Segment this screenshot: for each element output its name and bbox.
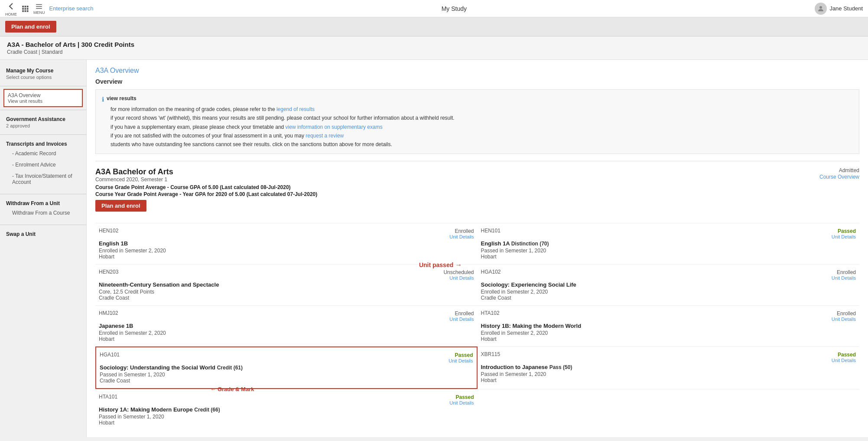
unit-details-link[interactable]: Unit Details — [449, 358, 473, 363]
unit-details-link[interactable]: Unit Details — [832, 358, 856, 363]
sidebar-academic-record[interactable]: - Academic Record — [6, 148, 80, 159]
unit-hta101-status-col: Passed Unit Details — [449, 394, 474, 405]
unit-details-link[interactable]: Unit Details — [449, 400, 474, 405]
page-title: My Study — [93, 5, 815, 12]
info-sub-2: if your record shows 'wt' (withheld), th… — [102, 114, 853, 122]
enterprise-search[interactable]: Enterprise search — [49, 5, 94, 12]
sidebar-divider-3 — [0, 134, 86, 135]
unit-status: Unscheduled — [443, 269, 474, 275]
sidebar-gov-section: Government Assistance 2 approved — [0, 113, 86, 132]
unit-info1: Passed in Semester 1, 2020 — [481, 248, 856, 254]
unit-details-link[interactable]: Unit Details — [832, 234, 856, 239]
unit-code: HEN102 — [99, 228, 118, 234]
unit-hen203: HEN203 Unscheduled Unit Details Nineteen… — [95, 264, 478, 305]
svg-rect-0 — [22, 6, 24, 7]
unit-xbr115: XBR115 Passed Unit Details Introduction … — [478, 346, 860, 389]
unit-info2: Hobart — [481, 254, 856, 260]
svg-point-12 — [819, 6, 822, 9]
menu-icon-group[interactable]: MENU — [33, 3, 45, 15]
course-title: A3A - Bachelor of Arts | 300 Credit Poin… — [7, 41, 861, 48]
sidebar-divider-1 — [0, 86, 86, 86]
unit-hen102: HEN102 Enrolled Unit Details English 1B … — [95, 223, 478, 264]
grid-icon-group[interactable] — [21, 5, 29, 13]
course-gpa2: Course Year Grade Point Average - Year G… — [95, 191, 317, 197]
unit-credit: Pass (50) — [549, 364, 572, 370]
grade-mark-annotation: ← Grade & Mark — [210, 386, 254, 392]
svg-rect-2 — [27, 6, 29, 7]
info-line1: for more information on the meaning of g… — [111, 106, 275, 112]
info-sub-3: if you have a supplementary exam, please… — [102, 123, 853, 131]
unit-hta102-status-col: Enrolled Unit Details — [832, 310, 856, 322]
unit-status: Enrolled — [455, 228, 474, 234]
unit-name: History 1B: Making the Modern World — [481, 323, 856, 329]
info-row-main: ℹ view results — [102, 94, 853, 105]
user-info: Jane Student — [815, 3, 863, 15]
unit-details-link[interactable]: Unit Details — [449, 317, 474, 322]
sidebar-manage-sub[interactable]: Select course options — [6, 75, 80, 80]
sidebar-transcripts-section: Transcripts and Invoices - Academic Reco… — [0, 137, 86, 191]
unit-details-link[interactable]: Unit Details — [832, 275, 856, 281]
info-line4-pre: if you are not satisfied with the outcom… — [111, 133, 304, 139]
unit-code: HTA101 — [99, 394, 117, 400]
course-overview-link[interactable]: Course Overview — [819, 174, 859, 180]
unit-hen101-header: HEN101 Passed Unit Details — [481, 228, 856, 239]
svg-rect-4 — [25, 8, 26, 10]
unit-code: HEN101 — [481, 228, 501, 234]
unit-status: Passed — [838, 352, 856, 358]
sidebar-withdraw-title: Withdraw From a Unit — [6, 200, 80, 206]
course-commenced: Commenced 2020, Semester 1 — [95, 176, 317, 183]
sidebar-overview-title: A3A Overview — [8, 92, 78, 98]
course-block: A3A Bachelor of Arts Commenced 2020, Sem… — [95, 161, 859, 219]
sidebar-enrolment-advice[interactable]: - Enrolment Advice — [6, 159, 80, 170]
unit-credit: Credit (61) — [217, 365, 243, 371]
unit-name: Japanese 1B — [99, 323, 474, 329]
plan-enrol-top-button[interactable]: Plan and enrol — [5, 21, 56, 33]
request-review-link[interactable]: request a review — [306, 133, 344, 139]
unit-status: Enrolled — [837, 310, 856, 317]
sidebar-swap-title: Swap a Unit — [6, 231, 80, 237]
unit-status: Passed — [455, 394, 474, 400]
unit-info2: Cradle Coast — [100, 378, 473, 384]
unit-info2: Cradle Coast — [99, 295, 474, 301]
unit-hmj102: HMJ102 Enrolled Unit Details Japanese 1B… — [95, 305, 478, 346]
unit-details-link[interactable]: Unit Details — [443, 275, 474, 281]
top-nav: HOME MENU Enterprise search My Study Jan… — [0, 0, 868, 17]
sidebar-active-item[interactable]: A3A Overview View unit results — [3, 89, 83, 107]
info-sub-5: students who have outstanding fee sancti… — [102, 140, 853, 149]
unit-info1: Passed in Semester 1, 2020 — [481, 371, 856, 377]
plan-enrol-content-button[interactable]: Plan and enrol — [95, 200, 146, 212]
sidebar-withdraw-course[interactable]: Withdraw From a Course — [6, 207, 80, 219]
info-line5: students who have outstanding fee sancti… — [111, 141, 392, 147]
sidebar-divider-5 — [0, 225, 86, 225]
sidebar-withdraw-section: Withdraw From a Unit Withdraw From a Cou… — [0, 197, 86, 222]
svg-rect-1 — [25, 6, 26, 7]
section-title: A3A Overview — [95, 67, 859, 75]
supplementary-exams-link[interactable]: view information on supplementary exams — [286, 124, 383, 130]
sidebar-overview-sub: View unit results — [8, 98, 78, 104]
course-admitted-status: Admitted — [819, 167, 859, 173]
unit-info2: Hobart — [481, 336, 856, 342]
unit-hen101: HEN101 Passed Unit Details English 1A Di… — [478, 223, 860, 264]
avatar — [815, 3, 827, 15]
unit-code: HMJ102 — [99, 310, 118, 316]
arrow-right-icon: → — [455, 261, 462, 269]
svg-rect-5 — [27, 8, 29, 10]
unit-name: Introduction to Japanese Pass (50) — [481, 364, 856, 370]
plan-enrol-top-bar: Plan and enrol — [0, 17, 868, 36]
back-home-icon[interactable]: HOME — [5, 0, 17, 16]
unit-details-link[interactable]: Unit Details — [449, 234, 474, 239]
unit-info1: Enrolled in Semester 2, 2020 — [99, 248, 474, 254]
unit-code: HGA101 — [100, 352, 120, 358]
unit-code: XBR115 — [481, 351, 501, 357]
unit-code: HGA102 — [481, 269, 501, 275]
unit-details-link[interactable]: Unit Details — [832, 317, 856, 322]
course-block-title: A3A Bachelor of Arts — [95, 167, 317, 176]
unit-status: Passed — [455, 352, 473, 358]
legend-link[interactable]: legend of results — [276, 106, 315, 112]
info-box: ℹ view results for more information on t… — [95, 89, 859, 154]
unit-hen203-header: HEN203 Unscheduled Unit Details — [99, 269, 474, 281]
unit-hga102: HGA102 Enrolled Unit Details Sociology: … — [478, 264, 860, 305]
sidebar-tax-invoice[interactable]: - Tax Invoice/Statement of Account — [6, 170, 80, 188]
info-view-results-label: view results — [107, 95, 137, 101]
unit-name: English 1B — [99, 240, 474, 247]
